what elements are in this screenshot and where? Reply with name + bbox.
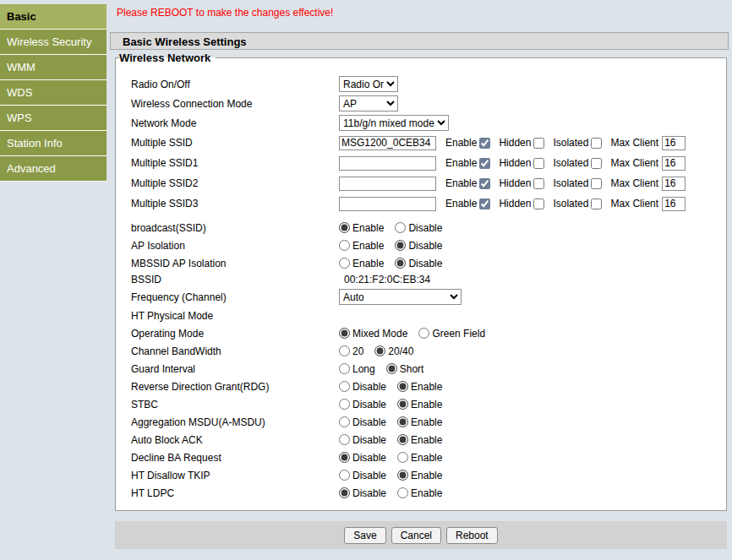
section-title: Basic Wireless Settings	[110, 32, 729, 50]
row-multiple-ssid: Multiple SSID Enable Hidden Isolated Max…	[124, 133, 719, 153]
option-radio[interactable]	[397, 470, 408, 481]
option-radio[interactable]	[339, 328, 350, 339]
field-label: Aggregation MSDU(A-MSDU)	[124, 416, 339, 428]
ssid-input[interactable]	[339, 197, 436, 211]
sidebar-item-basic[interactable]: Basic	[0, 4, 107, 30]
field-label: Reverse Direction Grant(RDG)	[124, 381, 339, 393]
sidebar-item-wps[interactable]: WPS	[0, 106, 107, 131]
option-radio[interactable]	[397, 434, 408, 445]
enable-label: Enable	[445, 177, 477, 189]
max-client-input[interactable]	[662, 156, 686, 171]
option-radio[interactable]	[395, 240, 406, 251]
option-radio[interactable]	[339, 363, 350, 374]
sidebar-item-wds[interactable]: WDS	[0, 80, 107, 106]
hidden-label: Hidden	[499, 198, 531, 209]
max-client-input[interactable]	[662, 197, 686, 211]
isolated-checkbox[interactable]	[591, 138, 602, 149]
option-radio[interactable]	[339, 434, 350, 445]
hidden-checkbox[interactable]	[533, 138, 544, 149]
option-radio[interactable]	[339, 240, 350, 251]
option-radio[interactable]	[397, 487, 408, 498]
row-mbssid-ap-isolation: MBSSID AP Isolation Enable Disable	[124, 254, 719, 272]
enable-checkbox[interactable]	[479, 178, 490, 189]
option-label: Enable	[352, 222, 384, 234]
row-multiple-ssid3: Multiple SSID3 Enable Hidden Isolated Ma…	[124, 193, 719, 214]
ssid-input[interactable]	[339, 177, 436, 191]
radio-on-off-select[interactable]: Radio On	[339, 76, 398, 92]
option-label: Enable	[411, 399, 442, 410]
main-content: Please REBOOT to make the changes effect…	[107, 0, 732, 560]
option-radio[interactable]	[339, 381, 350, 392]
option-label: Disable	[352, 434, 386, 446]
sidebar-item-wmm[interactable]: WMM	[0, 55, 107, 80]
option-radio[interactable]	[339, 345, 350, 356]
hidden-label: Hidden	[499, 137, 531, 149]
connection-mode-select[interactable]: AP	[339, 95, 398, 111]
field-label: STBC	[124, 399, 339, 410]
hidden-checkbox[interactable]	[533, 198, 544, 209]
option-label: Disable	[352, 487, 386, 499]
max-client-input[interactable]	[662, 177, 686, 191]
field-label: HT LDPC	[124, 487, 339, 499]
isolated-label: Isolated	[553, 177, 588, 189]
sidebar-item-advanced[interactable]: Advanced	[0, 156, 107, 182]
option-radio[interactable]	[374, 345, 385, 356]
hidden-checkbox[interactable]	[533, 178, 544, 189]
field-label: Auto Block ACK	[124, 434, 339, 446]
reboot-button[interactable]: Reboot	[446, 527, 498, 544]
save-button[interactable]: Save	[344, 527, 385, 544]
enable-checkbox[interactable]	[479, 138, 490, 149]
option-radio[interactable]	[339, 258, 350, 269]
option-radio[interactable]	[397, 416, 408, 427]
option-label: Disable	[408, 222, 442, 234]
row-ht-disallow-tkip: HT Disallow TKIP Disable Enable	[124, 466, 719, 484]
option-radio[interactable]	[397, 381, 408, 392]
isolated-checkbox[interactable]	[591, 178, 602, 189]
frequency-channel-select[interactable]: Auto	[339, 289, 462, 305]
enable-label: Enable	[445, 137, 477, 149]
option-radio[interactable]	[339, 452, 350, 463]
option-radio[interactable]	[339, 470, 350, 481]
option-label: Disable	[408, 240, 442, 252]
option-radio[interactable]	[386, 363, 397, 374]
network-mode-select[interactable]: 11b/g/n mixed mode	[339, 115, 449, 131]
option-radio[interactable]	[418, 328, 429, 339]
row-guard-interval: Guard Interval Long Short	[124, 360, 719, 378]
cancel-button[interactable]: Cancel	[391, 527, 441, 544]
option-radio[interactable]	[339, 416, 350, 427]
ssid-input[interactable]	[339, 156, 436, 171]
sidebar-item-station-info[interactable]: Station Info	[0, 131, 107, 156]
option-radio[interactable]	[395, 222, 406, 233]
option-label: Disable	[352, 452, 386, 464]
field-label: Multiple SSID2	[124, 177, 339, 189]
option-radio[interactable]	[339, 399, 350, 410]
max-client-input[interactable]	[662, 136, 686, 150]
option-radio[interactable]	[339, 222, 350, 233]
sidebar-item-wireless-security[interactable]: Wireless Security	[0, 30, 107, 55]
isolated-checkbox[interactable]	[591, 158, 602, 169]
row-multiple-ssid1: Multiple SSID1 Enable Hidden Isolated Ma…	[124, 153, 719, 173]
ssid-input[interactable]	[339, 136, 436, 150]
enable-checkbox[interactable]	[479, 198, 490, 209]
enable-label: Enable	[445, 198, 477, 209]
row-amsdu: Aggregation MSDU(A-MSDU) Disable Enable	[124, 413, 719, 431]
option-radio[interactable]	[397, 452, 408, 463]
option-label: Enable	[411, 487, 442, 499]
field-label: Wireless Connection Mode	[124, 98, 339, 110]
enable-checkbox[interactable]	[479, 158, 490, 169]
isolated-checkbox[interactable]	[591, 198, 602, 209]
option-radio[interactable]	[397, 399, 408, 410]
sidebar: Basic Wireless Security WMM WDS WPS Stat…	[0, 0, 107, 560]
row-broadcast-ssid: broadcast(SSID) Enable Disable	[124, 219, 719, 237]
option-radio[interactable]	[395, 258, 406, 269]
row-ht-ldpc: HT LDPC Disable Enable	[124, 484, 719, 502]
field-label: broadcast(SSID)	[124, 222, 339, 234]
hidden-label: Hidden	[499, 177, 531, 189]
ht-section-label: HT Physical Mode	[124, 310, 339, 322]
option-radio[interactable]	[339, 487, 350, 498]
row-frequency-channel: Frequency (Channel) Auto	[124, 287, 719, 307]
field-label: Radio On/Off	[124, 79, 339, 90]
reboot-warning: Please REBOOT to make the changes effect…	[117, 7, 729, 19]
option-label: Disable	[352, 470, 386, 481]
hidden-checkbox[interactable]	[533, 158, 544, 169]
